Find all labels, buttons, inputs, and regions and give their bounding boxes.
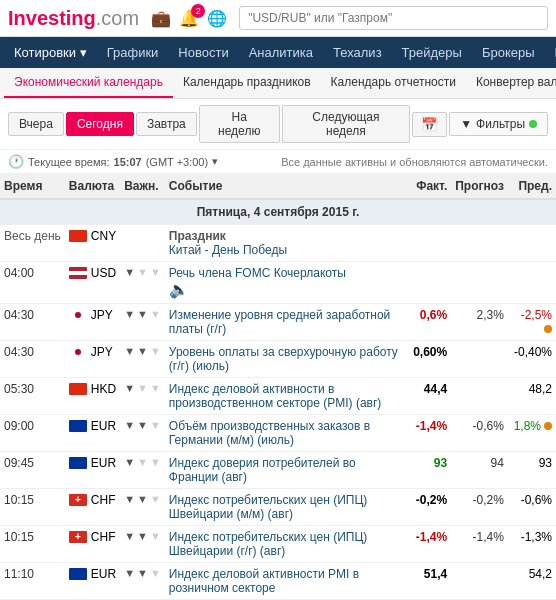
audio-icon[interactable]: 🔈: [169, 281, 189, 298]
nav-item-techanalysis[interactable]: Техализ: [323, 37, 392, 68]
event-forecast: [451, 378, 508, 415]
filter-active-dot: [529, 120, 537, 128]
col-currency: Валюта: [65, 174, 120, 199]
event-importance: ▼▼▼: [120, 415, 165, 452]
event-time: 10:15: [0, 489, 65, 526]
search-input[interactable]: [239, 6, 548, 30]
event-importance: ▼▼▼: [120, 526, 165, 563]
week-button[interactable]: На неделю: [199, 105, 280, 143]
filter-icon: ▼: [460, 117, 472, 131]
event-fact: 51,4: [409, 563, 451, 600]
event-time: 05:30: [0, 378, 65, 415]
nav-item-more[interactable]: Ине: [545, 37, 556, 68]
table-row[interactable]: 05:30HKD▼▼▼Индекс деловой активности в п…: [0, 378, 556, 415]
event-description[interactable]: Индекс потребительских цен (ИПЦ) Швейцар…: [165, 526, 409, 563]
event-currency: JPY: [65, 341, 120, 378]
current-time-value: 15:07: [114, 156, 142, 168]
filter-button[interactable]: ▼ Фильтры: [449, 112, 548, 136]
event-forecast: 94: [451, 452, 508, 489]
event-time: 10:15: [0, 526, 65, 563]
event-forecast: [451, 262, 508, 304]
logo[interactable]: Investing.com: [8, 7, 139, 30]
event-importance: [120, 225, 165, 262]
event-description[interactable]: Индекс деловой активности в производстве…: [165, 378, 409, 415]
table-row[interactable]: 11:10EUR▼▼▼Индекс деловой активности PMI…: [0, 563, 556, 600]
table-row[interactable]: 04:30JPY▼▼▼Изменение уровня средней зара…: [0, 304, 556, 341]
event-currency: +CHF: [65, 526, 120, 563]
yesterday-button[interactable]: Вчера: [8, 112, 64, 136]
event-time: 11:10: [0, 563, 65, 600]
col-importance: Важн.: [120, 174, 165, 199]
event-fact: -0,2%: [409, 489, 451, 526]
event-description[interactable]: Индекс деловой активности PMI в рознично…: [165, 563, 409, 600]
subnav-converter[interactable]: Конвертер валют: [466, 68, 556, 98]
nav-item-charts[interactable]: Графики: [97, 37, 169, 68]
event-description[interactable]: ПраздникКитай - День Победы: [165, 225, 409, 262]
event-forecast: 2,3%: [451, 304, 508, 341]
col-time: Время: [0, 174, 65, 199]
briefcase-icon[interactable]: 💼: [151, 9, 171, 28]
event-description[interactable]: Речь члена FOMC Кочерлакоты🔈: [165, 262, 409, 304]
table-row[interactable]: Весь деньCNYПраздникКитай - День Победы: [0, 225, 556, 262]
event-forecast: [451, 563, 508, 600]
event-currency: USD: [65, 262, 120, 304]
event-previous: -0,40%: [508, 341, 556, 378]
header: Investing.com 💼 🔔 2 🌐: [0, 0, 556, 37]
event-time: 04:30: [0, 304, 65, 341]
subnav-reports[interactable]: Календарь отчетности: [321, 68, 466, 98]
calendar-button[interactable]: 📅: [412, 112, 447, 137]
event-currency: EUR: [65, 415, 120, 452]
next-week-button[interactable]: Следующая неделя: [282, 105, 410, 143]
event-description[interactable]: Изменение уровня средней заработной плат…: [165, 304, 409, 341]
revised-dot: [544, 325, 552, 333]
event-fact: -1,4%: [409, 526, 451, 563]
event-fact: 0,60%: [409, 341, 451, 378]
col-fact: Факт.: [409, 174, 451, 199]
table-row[interactable]: 09:45EUR▼▼▼Индекс доверия потребителей в…: [0, 452, 556, 489]
event-importance: ▼▼▼: [120, 304, 165, 341]
col-forecast: Прогноз: [451, 174, 508, 199]
event-currency: JPY: [65, 304, 120, 341]
event-fact: [409, 225, 451, 262]
event-importance: ▼▼▼: [120, 563, 165, 600]
event-currency: HKD: [65, 378, 120, 415]
col-event: Событие: [165, 174, 409, 199]
event-description[interactable]: Объём производственных заказов в Германи…: [165, 415, 409, 452]
event-currency: EUR: [65, 563, 120, 600]
gmt-offset: (GMT +3:00): [146, 156, 208, 168]
event-time: 04:00: [0, 262, 65, 304]
event-description[interactable]: Индекс доверия потребителей во Франции (…: [165, 452, 409, 489]
table-row[interactable]: 10:15+CHF▼▼▼Индекс потребительских цен (…: [0, 526, 556, 563]
event-importance: ▼▼▼: [120, 341, 165, 378]
event-description[interactable]: Уровень оплаты за сверхурочную работу (г…: [165, 341, 409, 378]
bell-icon[interactable]: 🔔 2: [179, 9, 199, 28]
nav-item-analytics[interactable]: Аналитика: [239, 37, 323, 68]
nav-item-quotes[interactable]: Котировки ▾: [4, 37, 97, 68]
nav-item-traders[interactable]: Трейдеры: [392, 37, 472, 68]
nav-item-brokers[interactable]: Брокеры: [472, 37, 545, 68]
table-row[interactable]: 04:30JPY▼▼▼Уровень оплаты за сверхурочну…: [0, 341, 556, 378]
globe-icon[interactable]: 🌐: [207, 9, 227, 28]
clock-icon: 🕐: [8, 154, 24, 169]
table-row[interactable]: 04:00USD▼▼▼Речь члена FOMC Кочерлакоты🔈: [0, 262, 556, 304]
dropdown-arrow[interactable]: ▾: [212, 155, 218, 168]
nav-item-news[interactable]: Новости: [168, 37, 238, 68]
event-forecast: -0,2%: [451, 489, 508, 526]
event-time: Весь день: [0, 225, 65, 262]
event-previous: 48,2: [508, 378, 556, 415]
logo-ext: .com: [96, 7, 139, 29]
subnav-holidays[interactable]: Календарь праздников: [173, 68, 321, 98]
event-time: 04:30: [0, 341, 65, 378]
event-previous: -0,6%: [508, 489, 556, 526]
table-row[interactable]: 09:00EUR▼▼▼Объём производственных заказо…: [0, 415, 556, 452]
event-fact: -1,4%: [409, 415, 451, 452]
subnav-economic-calendar[interactable]: Экономический календарь: [4, 68, 173, 98]
current-time-label: Текущее время:: [28, 156, 110, 168]
table-row[interactable]: 10:15+CHF▼▼▼Индекс потребительских цен (…: [0, 489, 556, 526]
event-previous: 1,8%: [508, 415, 556, 452]
economic-calendar-table: Время Валюта Важн. Событие Факт. Прогноз…: [0, 174, 556, 600]
tomorrow-button[interactable]: Завтра: [136, 112, 197, 136]
header-icons: 💼 🔔 2 🌐: [151, 9, 227, 28]
today-button[interactable]: Сегодня: [66, 112, 134, 136]
event-description[interactable]: Индекс потребительских цен (ИПЦ) Швейцар…: [165, 489, 409, 526]
